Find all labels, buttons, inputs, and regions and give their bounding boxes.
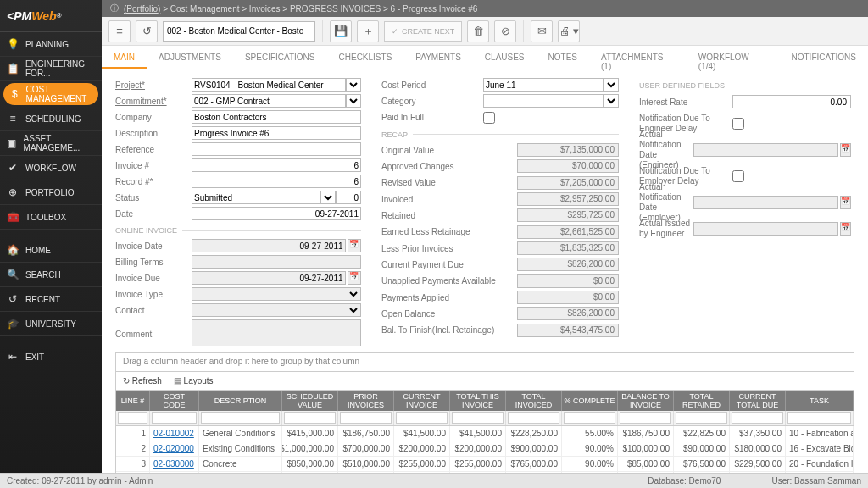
grid-filter-input[interactable]	[152, 412, 197, 424]
sidebar-item-portfolio[interactable]: ⊕PORTFOLIO	[0, 180, 102, 205]
grid-filter-input[interactable]	[620, 412, 671, 424]
email-icon[interactable]: ✉	[531, 20, 553, 42]
sidebar-icon: ✔	[7, 162, 19, 174]
form-area: Project* Commitment* Company Description…	[102, 69, 868, 346]
grid-filter-input[interactable]	[452, 412, 504, 424]
refresh-button[interactable]: ↻ Refresh	[123, 376, 162, 385]
grid-header[interactable]: % COMPLETE	[562, 391, 618, 411]
record-no-field[interactable]	[192, 175, 361, 188]
add-icon[interactable]: ＋	[357, 20, 379, 42]
project-field[interactable]	[192, 78, 346, 92]
sidebar-item-workflow[interactable]: ✔WORKFLOW	[0, 156, 102, 180]
history-icon[interactable]: ↺	[136, 20, 158, 42]
tab-main[interactable]: MAIN	[102, 46, 147, 69]
sidebar-item-university[interactable]: 🎓UNIVERSITY	[0, 312, 102, 336]
sidebar-item-label: TOOLBOX	[25, 213, 66, 222]
grid-header[interactable]: COST CODE	[150, 391, 199, 411]
actual-notif-eng-field[interactable]	[693, 143, 838, 157]
grid-group-hint[interactable]: Drag a column header and drop it here to…	[116, 353, 854, 372]
save-icon[interactable]: 💾	[330, 20, 352, 42]
sidebar-item-cost-management[interactable]: $COST MANAGEMENT	[3, 83, 98, 105]
create-next-button[interactable]: ✓ CREATE NEXT	[384, 21, 462, 42]
grid-filter-input[interactable]	[396, 412, 448, 424]
tab-checklists[interactable]: CHECKLISTS	[327, 46, 404, 69]
grid-header[interactable]: TOTAL THIS INVOICE	[450, 391, 506, 411]
date-field[interactable]	[192, 207, 361, 220]
comment-field[interactable]	[192, 319, 361, 346]
tab-specifications[interactable]: SPECIFICATIONS	[233, 46, 327, 69]
table-row[interactable]: 3 02-030000 Concrete $850,000.00 $510,00…	[116, 457, 854, 472]
contact-field[interactable]	[192, 303, 361, 317]
grid-header[interactable]: LINE #	[116, 391, 150, 411]
tab-payments[interactable]: PAYMENTS	[403, 46, 473, 69]
print-icon[interactable]: 🖨 ▾	[558, 20, 580, 42]
invoice-due-field[interactable]	[192, 271, 346, 285]
grid-header[interactable]: CURRENT INVOICE	[394, 391, 450, 411]
sidebar-item-scheduling[interactable]: ≡SCHEDULING	[0, 107, 102, 131]
grid-filter-input[interactable]	[284, 412, 336, 424]
delete-icon[interactable]: 🗑	[467, 20, 489, 42]
sidebar: < PMWeb® 💡PLANNING📋ENGINEERING FOR...$CO…	[0, 0, 102, 488]
cancel-icon[interactable]: ⊘	[494, 20, 516, 42]
tab-workflow-[interactable]: WORKFLOW (1/4)	[687, 46, 780, 69]
actual-issued-field[interactable]	[693, 222, 838, 236]
list-icon[interactable]: ≡	[108, 20, 131, 42]
sidebar-item-planning[interactable]: 💡PLANNING	[0, 32, 102, 57]
sidebar-item-search[interactable]: 🔍SEARCH	[0, 263, 102, 287]
grid-header[interactable]: CURRENT TOTAL DUE	[730, 391, 786, 411]
table-row[interactable]: 2 02-020000 Existing Conditions $1,000,0…	[116, 441, 854, 457]
notif-emp-delay-checkbox[interactable]	[732, 170, 744, 182]
sidebar-item-engineering-for-[interactable]: 📋ENGINEERING FOR...	[0, 57, 102, 81]
grid-header[interactable]: TOTAL RETAINED	[674, 391, 730, 411]
interest-rate-field[interactable]	[732, 95, 851, 108]
grid-filter-input[interactable]	[340, 412, 392, 424]
grid-header[interactable]: PRIOR INVOICES	[338, 391, 394, 411]
grid-header[interactable]: DESCRIPTION	[199, 391, 282, 411]
calendar-icon[interactable]: 📅	[840, 196, 851, 209]
sidebar-item-exit[interactable]: ⇤EXIT	[0, 345, 102, 369]
tab-notes[interactable]: NOTES	[537, 46, 589, 69]
layouts-button[interactable]: ▤ Layouts	[174, 376, 214, 385]
calendar-icon[interactable]: 📅	[348, 271, 361, 285]
actual-notif-emp-field[interactable]	[693, 196, 838, 209]
grid-filter-input[interactable]	[564, 412, 615, 424]
grid-header[interactable]: TASK	[786, 391, 854, 411]
grid-header[interactable]: BALANCE TO INVOICE	[618, 391, 674, 411]
sidebar-item-home[interactable]: 🏠HOME	[0, 238, 102, 263]
table-row[interactable]: 1 02-010002 General Conditions $415,000.…	[116, 426, 854, 441]
grid-filter-input[interactable]	[732, 412, 783, 424]
grid-filter-input[interactable]	[676, 412, 727, 424]
calendar-icon[interactable]: 📅	[840, 143, 851, 157]
commitment-field[interactable]	[192, 94, 346, 108]
invoice-no-field[interactable]	[192, 158, 361, 172]
description-field[interactable]	[192, 126, 361, 140]
grid-filter-input[interactable]	[118, 412, 147, 424]
paid-in-full-checkbox[interactable]	[483, 112, 495, 124]
grid-header[interactable]: TOTAL INVOICED	[506, 391, 562, 411]
calendar-icon[interactable]: 📅	[348, 239, 361, 252]
tab-clauses[interactable]: CLAUSES	[473, 46, 537, 69]
billing-terms-field[interactable]	[192, 255, 361, 269]
company-field[interactable]	[192, 110, 361, 124]
info-icon[interactable]: ⓘ	[110, 3, 119, 14]
tab-attachments-[interactable]: ATTACHMENTS (1)	[589, 46, 687, 69]
grid-filter-input[interactable]	[201, 412, 280, 424]
category-field[interactable]	[483, 94, 604, 108]
sidebar-item-asset-manageme-[interactable]: ▣ASSET MANAGEME...	[0, 131, 102, 156]
tab-adjustments[interactable]: ADJUSTMENTS	[147, 46, 233, 69]
calendar-icon[interactable]: 📅	[840, 222, 851, 236]
sidebar-item-recent[interactable]: ↺RECENT	[0, 287, 102, 312]
notif-eng-delay-checkbox[interactable]	[732, 118, 744, 130]
cost-period-field[interactable]	[483, 78, 604, 92]
tab-notifications[interactable]: NOTIFICATIONS	[780, 46, 868, 69]
grid-header[interactable]: SCHEDULED VALUE	[282, 391, 338, 411]
sidebar-item-toolbox[interactable]: 🧰TOOLBOX	[0, 205, 102, 230]
invoice-type-field[interactable]	[192, 287, 361, 301]
reference-field[interactable]	[192, 142, 361, 156]
grid-filter-input[interactable]	[787, 412, 851, 424]
grid-filter-input[interactable]	[508, 412, 559, 424]
invoice-date-field[interactable]	[192, 239, 346, 252]
sidebar-item-label: SEARCH	[25, 270, 61, 280]
status-field[interactable]	[192, 191, 320, 204]
project-selector[interactable]	[163, 21, 315, 42]
